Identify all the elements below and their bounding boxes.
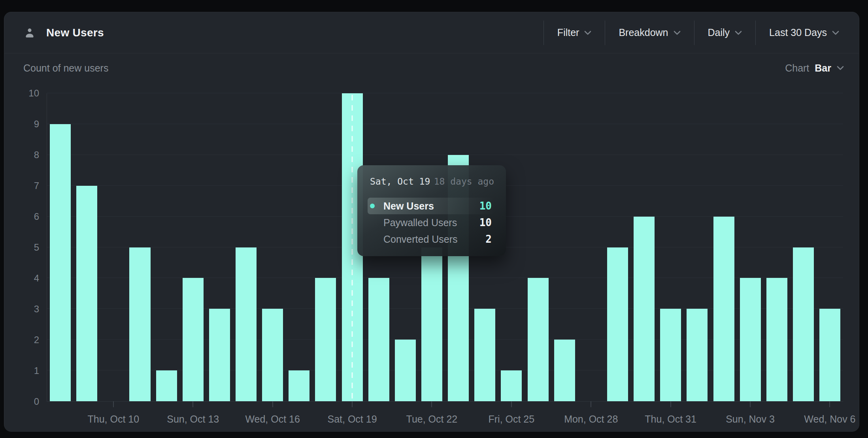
bar-slot [790, 93, 817, 401]
bar-oct-18[interactable] [315, 278, 336, 401]
bar-oct-25[interactable] [501, 370, 522, 401]
chevron-down-icon [837, 66, 844, 70]
x-tick-label: Tue, Oct 22 [406, 413, 458, 425]
bar-oct-29[interactable] [607, 247, 628, 402]
bar-slot [259, 93, 286, 401]
bar-slot [711, 93, 737, 401]
x-tick-label: Sat, Oct 19 [328, 413, 377, 425]
bar-oct-14[interactable] [209, 309, 230, 401]
bar-oct-17[interactable] [289, 370, 309, 401]
tooltip-row-paywalled-users: Paywalled Users 10 [368, 214, 495, 231]
breakdown-dropdown[interactable]: Breakdown [605, 12, 694, 53]
y-tick-label: 3 [34, 304, 39, 315]
bar-oct-15[interactable] [236, 247, 257, 402]
y-tick-label: 5 [34, 242, 39, 253]
bar-slot [180, 93, 206, 401]
bar-oct-12[interactable] [156, 370, 177, 401]
y-tick-label: 0 [34, 396, 39, 407]
x-tick-mark [272, 401, 273, 407]
bar-slot [578, 93, 604, 401]
header-controls: Filter Breakdown Daily Last 30 Days [543, 12, 843, 53]
bar-slot [737, 93, 764, 401]
bar-slot [74, 93, 100, 401]
bar-nov-3[interactable] [740, 278, 761, 401]
bar-slot [100, 93, 126, 401]
y-tick-label: 1 [34, 365, 39, 376]
bar-oct-22[interactable] [421, 247, 442, 402]
chevron-down-icon [735, 30, 742, 35]
x-tick-label: Fri, Oct 25 [488, 413, 534, 425]
bar-slot [153, 93, 180, 401]
x-tick-label: Thu, Oct 10 [88, 413, 140, 425]
bar-oct-24[interactable] [474, 309, 495, 401]
bar-oct-8[interactable] [50, 124, 71, 401]
chart-type-dropdown[interactable]: Chart Bar [781, 62, 848, 74]
x-tick-label: Thu, Oct 31 [645, 413, 696, 425]
bar-slot [312, 93, 339, 401]
chevron-down-icon [584, 30, 591, 35]
x-tick-mark [829, 401, 830, 407]
x-tick-mark [670, 401, 671, 407]
date-range-dropdown[interactable]: Last 30 Days [756, 12, 843, 53]
bar-slot [525, 93, 551, 401]
new-users-widget: New Users Filter Breakdown Daily Last 30… [4, 12, 859, 432]
x-tick-mark [113, 401, 114, 407]
x-tick-mark [591, 401, 591, 407]
bar-nov-6[interactable] [819, 309, 840, 401]
x-tick-mark [750, 401, 751, 407]
x-tick-mark [192, 401, 193, 407]
filter-dropdown[interactable]: Filter [544, 12, 605, 53]
bar-slot [206, 93, 233, 401]
bar-slot [684, 93, 710, 401]
chart-tooltip: Sat, Oct 19 18 days ago New Users 10 Pay… [357, 165, 506, 256]
metric-label: Count of new users [23, 62, 108, 74]
tooltip-date: Sat, Oct 19 [370, 176, 430, 187]
series-dot-icon [370, 204, 375, 208]
bar-nov-1[interactable] [687, 309, 708, 401]
widget-header: New Users Filter Breakdown Daily Last 30… [4, 12, 859, 53]
bar-slot [126, 93, 153, 401]
x-tick-mark [511, 401, 512, 407]
widget-title: New Users [46, 26, 104, 39]
y-axis-labels: 012345678910 [4, 93, 39, 402]
chevron-down-icon [832, 30, 839, 35]
x-tick-label: Sun, Oct 13 [167, 413, 219, 425]
y-tick-label: 8 [34, 149, 39, 160]
y-tick-label: 9 [34, 119, 39, 130]
bar-slot [47, 93, 74, 401]
chevron-down-icon [674, 30, 681, 35]
y-tick-label: 4 [34, 273, 39, 284]
bar-slot [657, 93, 684, 401]
bar-nov-2[interactable] [713, 217, 734, 401]
bar-slot [631, 93, 657, 401]
bar-oct-16[interactable] [262, 309, 283, 401]
tooltip-relative-time: 18 days ago [434, 176, 494, 187]
granularity-dropdown[interactable]: Daily [694, 12, 756, 53]
bar-slot [551, 93, 578, 401]
bar-slot [764, 93, 790, 401]
bar-oct-27[interactable] [554, 340, 575, 401]
x-tick-label: Wed, Nov 6 [804, 413, 855, 425]
bar-slot [817, 93, 843, 401]
bar-oct-31[interactable] [660, 309, 681, 401]
bar-slot [604, 93, 631, 401]
x-tick-mark [352, 401, 353, 407]
bar-oct-9[interactable] [76, 186, 97, 401]
bar-oct-20[interactable] [368, 278, 389, 401]
bar-oct-26[interactable] [528, 278, 549, 401]
bar-slot [286, 93, 312, 401]
bar-nov-5[interactable] [793, 247, 814, 402]
bar-oct-13[interactable] [183, 278, 204, 401]
y-tick-label: 6 [34, 211, 39, 222]
x-tick-mark [431, 401, 432, 407]
chart-subheader: Count of new users Chart Bar [4, 53, 859, 83]
bar-oct-21[interactable] [395, 340, 416, 401]
y-tick-label: 7 [34, 180, 39, 191]
bar-slot [233, 93, 259, 401]
y-tick-label: 10 [28, 88, 39, 99]
user-icon [23, 26, 36, 39]
bar-oct-11[interactable] [129, 247, 150, 402]
bar-nov-4[interactable] [766, 278, 787, 401]
x-tick-label: Wed, Oct 16 [245, 413, 300, 425]
bar-oct-30[interactable] [634, 217, 655, 401]
